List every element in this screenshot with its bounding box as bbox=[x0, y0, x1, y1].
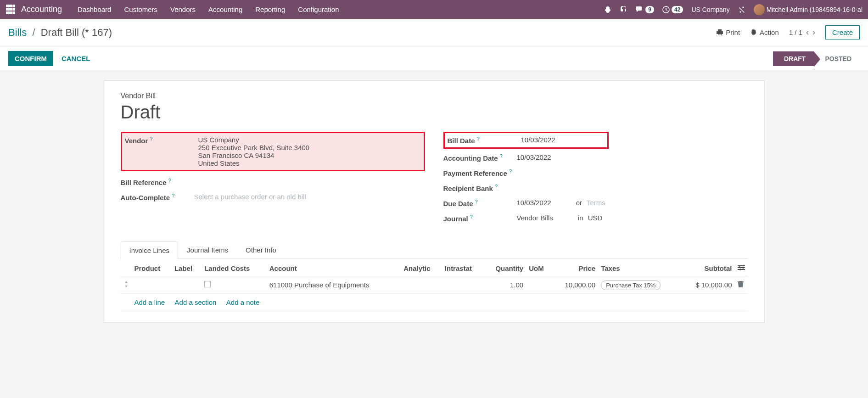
tools-icon[interactable] bbox=[738, 6, 745, 13]
form-title-label: Vendor Bill bbox=[121, 92, 748, 100]
activity-icon[interactable]: 42 bbox=[662, 6, 683, 13]
nav-reporting[interactable]: Reporting bbox=[249, 6, 291, 13]
company-switcher[interactable]: US Company bbox=[691, 6, 729, 13]
th-qty: Quantity bbox=[483, 261, 526, 276]
cell-uom[interactable] bbox=[526, 276, 552, 294]
table-row[interactable]: 611000 Purchase of Equipments 1.00 10,00… bbox=[121, 276, 748, 294]
columns-options-icon[interactable] bbox=[738, 264, 745, 272]
breadcrumb: Bills / Draft Bill (* 167) bbox=[8, 27, 112, 39]
print-button[interactable]: Print bbox=[716, 28, 740, 36]
messages-icon[interactable]: 9 bbox=[635, 6, 654, 13]
th-account: Account bbox=[267, 261, 401, 276]
tab-invoice-lines[interactable]: Invoice Lines bbox=[121, 241, 179, 259]
pager-prev[interactable]: ‹ bbox=[806, 28, 809, 37]
user-name: Mitchell Admin (19845894-16-0-al bbox=[767, 6, 862, 13]
status-posted[interactable]: POSTED bbox=[814, 51, 860, 66]
cell-label[interactable] bbox=[172, 276, 202, 294]
pager-count: 1 / 1 bbox=[789, 28, 802, 36]
vendor-name: US Company bbox=[198, 136, 421, 144]
svg-point-4 bbox=[739, 265, 740, 267]
form-title: Draft bbox=[121, 102, 748, 123]
nav-configuration[interactable]: Configuration bbox=[291, 6, 345, 13]
landed-checkbox[interactable] bbox=[204, 281, 211, 287]
app-brand[interactable]: Accounting bbox=[21, 5, 62, 14]
cell-account[interactable]: 611000 Purchase of Equipments bbox=[267, 276, 401, 294]
vendor-field[interactable]: US Company 250 Executive Park Blvd, Suit… bbox=[198, 136, 421, 167]
cancel-button[interactable]: CANCEL bbox=[55, 51, 97, 66]
th-taxes: Taxes bbox=[598, 261, 681, 276]
add-note-link[interactable]: Add a note bbox=[226, 298, 260, 306]
cell-product[interactable] bbox=[132, 276, 172, 294]
currency-field[interactable]: USD bbox=[588, 214, 603, 222]
due-date-label: Due Date ? bbox=[443, 199, 517, 207]
autocomplete-field[interactable]: Select a purchase order or an old bill bbox=[194, 193, 425, 201]
cell-qty[interactable]: 1.00 bbox=[483, 276, 526, 294]
journal-label: Journal ? bbox=[443, 214, 517, 223]
journal-field[interactable]: Vendor Bills in USD bbox=[517, 214, 748, 222]
th-product: Product bbox=[132, 261, 172, 276]
pager-next[interactable]: › bbox=[812, 28, 815, 37]
confirm-button[interactable]: CONFIRM bbox=[8, 51, 53, 66]
activity-badge: 42 bbox=[672, 6, 683, 13]
acc-date-label: Accounting Date ? bbox=[443, 153, 517, 162]
cell-analytic[interactable] bbox=[401, 276, 442, 294]
tax-chip[interactable]: Purchase Tax 15% bbox=[601, 280, 661, 290]
cell-taxes[interactable]: Purchase Tax 15% bbox=[598, 276, 681, 294]
create-button[interactable]: Create bbox=[825, 25, 860, 39]
th-uom: UoM bbox=[526, 261, 552, 276]
vendor-label: Vendor ? bbox=[125, 136, 198, 145]
support-icon[interactable] bbox=[620, 6, 627, 13]
cell-intrastat[interactable] bbox=[442, 276, 484, 294]
apps-menu-icon[interactable] bbox=[6, 5, 16, 15]
debug-icon[interactable] bbox=[604, 6, 611, 13]
bill-ref-label: Bill Reference ? bbox=[121, 178, 194, 186]
th-intrastat: Intrastat bbox=[442, 261, 484, 276]
th-landed: Landed Costs bbox=[202, 261, 267, 276]
vendor-addr2: San Francisco CA 94134 bbox=[198, 151, 421, 159]
nav-vendors[interactable]: Vendors bbox=[164, 6, 202, 13]
journal-in-label: in bbox=[578, 214, 583, 222]
breadcrumb-current: Draft Bill (* 167) bbox=[41, 27, 112, 38]
drag-handle-icon[interactable] bbox=[121, 276, 132, 294]
nav-dashboard[interactable]: Dashboard bbox=[71, 6, 118, 13]
breadcrumb-root[interactable]: Bills bbox=[8, 27, 27, 38]
tab-other-info[interactable]: Other Info bbox=[237, 241, 285, 258]
nav-customers[interactable]: Customers bbox=[118, 6, 164, 13]
messages-badge: 9 bbox=[645, 6, 654, 13]
bill-date-field[interactable]: 10/03/2022 bbox=[521, 136, 605, 144]
status-draft[interactable]: DRAFT bbox=[773, 51, 814, 66]
pager: 1 / 1 ‹ › bbox=[789, 28, 815, 37]
due-date-field[interactable]: 10/03/2022 or Terms bbox=[517, 199, 748, 207]
nav-accounting[interactable]: Accounting bbox=[202, 6, 249, 13]
th-label: Label bbox=[172, 261, 202, 276]
cell-price[interactable]: 10,000.00 bbox=[552, 276, 598, 294]
th-price: Price bbox=[552, 261, 598, 276]
bank-label: Recipient Bank ? bbox=[443, 184, 517, 192]
autocomplete-label: Auto-Complete ? bbox=[121, 193, 194, 202]
svg-point-6 bbox=[739, 269, 741, 270]
vendor-addr3: United States bbox=[198, 159, 421, 167]
action-button[interactable]: Action bbox=[750, 28, 779, 36]
th-subtotal: Subtotal bbox=[681, 261, 734, 276]
delete-row-icon[interactable] bbox=[738, 281, 744, 289]
pay-ref-label: Payment Reference ? bbox=[443, 168, 517, 177]
avatar bbox=[754, 4, 765, 15]
th-analytic: Analytic bbox=[401, 261, 442, 276]
vendor-addr1: 250 Executive Park Blvd, Suite 3400 bbox=[198, 144, 421, 151]
bill-date-label: Bill Date ? bbox=[448, 136, 521, 145]
add-section-link[interactable]: Add a section bbox=[175, 298, 217, 306]
payment-terms-field[interactable]: Terms bbox=[587, 199, 605, 207]
add-line-link[interactable]: Add a line bbox=[134, 298, 165, 306]
svg-point-5 bbox=[742, 267, 744, 269]
status-bar: DRAFT POSTED bbox=[773, 51, 860, 66]
acc-date-field[interactable]: 10/03/2022 bbox=[517, 153, 748, 161]
cell-subtotal: $ 10,000.00 bbox=[681, 276, 734, 294]
cell-landed[interactable] bbox=[202, 276, 267, 294]
user-menu[interactable]: Mitchell Admin (19845894-16-0-al bbox=[754, 4, 862, 15]
tab-journal-items[interactable]: Journal Items bbox=[178, 241, 237, 258]
due-or-label: or bbox=[576, 199, 582, 207]
